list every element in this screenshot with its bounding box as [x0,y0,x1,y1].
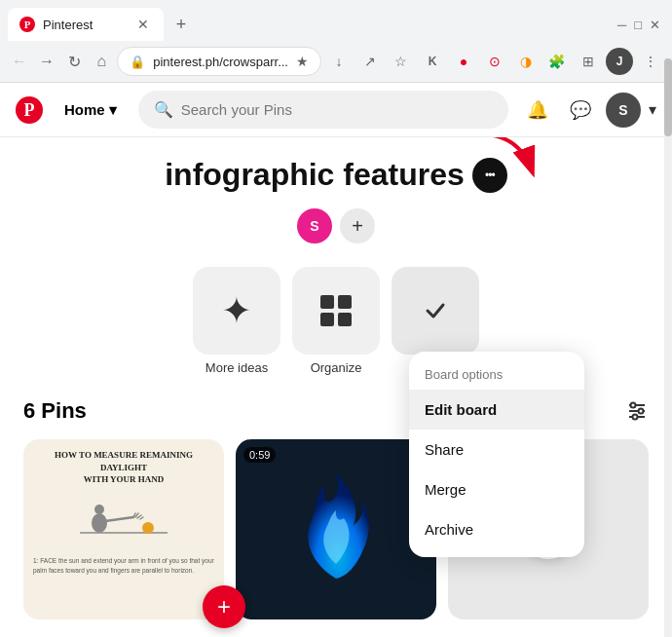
pins-count: 6 Pins [23,398,87,424]
home-button[interactable]: ⌂ [90,48,113,75]
filter-icon [625,399,649,423]
address-bar[interactable]: 🔒 pinterest.ph/crowsparr... ★ [117,47,321,76]
dropdown-header: Board options [409,359,584,390]
split-screen-icon[interactable]: ⊞ [575,48,602,75]
extensions-icon[interactable]: 🧩 [543,48,571,75]
tab-close-button[interactable]: ✕ [134,16,152,33]
messages-button[interactable]: 💬 [563,93,598,128]
video-duration-badge: 0:59 [243,447,276,463]
favorites-icon[interactable]: ☆ [388,48,415,75]
organize-label: Organize [311,360,362,375]
search-icon: 🔍 [154,100,173,119]
board-options-button[interactable]: ••• [472,158,507,193]
tab-bar: P Pinterest ✕ + ─ □ ✕ [0,0,672,41]
dropdown-item-edit-board[interactable]: Edit board [409,390,584,430]
more-ideas-label: More ideas [205,360,268,375]
infographic-illustration [33,494,214,552]
svg-rect-7 [320,313,334,326]
active-tab[interactable]: P Pinterest ✕ [8,8,164,41]
svg-line-24 [140,517,143,519]
browser-window: P Pinterest ✕ + ─ □ ✕ ← → ↻ ⌂ 🔒 pinter [0,0,672,637]
todo-icon [392,267,479,355]
plus-icon: + [352,215,363,238]
svg-text:P: P [24,100,35,120]
svg-line-20 [105,517,133,521]
svg-point-14 [639,409,644,414]
ext-k-icon[interactable]: K [419,48,446,75]
browser-menu-button[interactable]: ⋮ [637,48,664,75]
more-ideas-icon: ✦ [193,267,280,355]
refresh-button[interactable]: ↻ [62,48,86,75]
svg-point-19 [94,505,104,514]
scrollbar-track[interactable] [664,58,672,637]
search-input[interactable] [181,101,493,118]
browser-profile-avatar[interactable]: J [606,48,633,75]
nav-bar: ← → ↻ ⌂ 🔒 pinterest.ph/crowsparr... ★ ↓ … [0,41,672,82]
back-button[interactable]: ← [8,48,31,75]
svg-point-18 [92,513,107,533]
pinterest-app: P Home ▾ 🔍 🔔 💬 S ▾ [0,83,672,637]
dropdown-item-archive[interactable]: Archive [409,509,584,549]
svg-rect-8 [338,313,352,326]
board-owner-avatar[interactable]: S [297,208,332,244]
pin-card-video[interactable]: 0:59 [236,439,436,619]
search-bar[interactable]: 🔍 [138,91,508,129]
user-avatar[interactable]: S [606,93,641,128]
home-label: Home [64,101,105,118]
filter-button[interactable] [625,399,649,423]
app-header: P Home ▾ 🔍 🔔 💬 S ▾ [0,83,672,137]
download-icon[interactable]: ↓ [325,48,353,75]
tab-label: Pinterest [43,18,127,32]
send-icon[interactable]: ↗ [356,48,384,75]
add-pin-button[interactable]: + [203,585,245,628]
svg-line-23 [137,515,141,518]
main-content: infographic features ••• [0,137,672,637]
tab-more-ideas[interactable]: ✦ More ideas [193,267,280,375]
home-nav-button[interactable]: Home ▾ [55,95,127,125]
browser-action-icons: ↓ ↗ ☆ K ● ⊙ ◑ 🧩 ⊞ J ⋮ [325,48,664,75]
three-dot-icon: ••• [485,169,495,182]
svg-point-13 [631,403,636,408]
svg-rect-5 [320,295,334,309]
address-text: pinterest.ph/crowsparr... [153,55,288,69]
board-options-dropdown: Board options Edit board Share Merge Arc… [409,352,584,557]
organize-icon [292,267,380,355]
add-collaborator-button[interactable]: + [340,208,375,244]
profile-caret-icon[interactable]: ▾ [649,100,656,119]
bookmark-star-icon[interactable]: ★ [296,54,309,69]
svg-text:P: P [24,19,31,30]
bell-icon: 🔔 [527,99,548,121]
svg-point-9 [420,295,451,326]
add-pin-icon: + [217,593,231,620]
notifications-button[interactable]: 🔔 [520,93,555,128]
minimize-button[interactable]: ─ [617,18,626,32]
home-caret-icon: ▾ [109,101,117,119]
new-tab-button[interactable]: + [168,11,195,38]
board-title-row: infographic features ••• [23,157,649,193]
svg-rect-6 [338,295,352,309]
pin-card-infographic[interactable]: HOW TO MEASURE REMAINING DAYLIGHTWITH YO… [23,439,224,619]
svg-point-15 [633,415,638,420]
ext-circle-icon[interactable]: ● [450,48,477,75]
forward-button[interactable]: → [35,48,58,75]
close-window-button[interactable]: ✕ [650,18,660,32]
board-title: infographic features [165,157,465,193]
tab-favicon: P [19,17,35,32]
user-row: S + [23,208,649,244]
dropdown-item-share[interactable]: Share [409,430,584,469]
ext-color-icon[interactable]: ◑ [512,48,540,75]
pinterest-logo: P [16,96,43,124]
video-thumbnail-flame [297,471,375,588]
tab-organize[interactable]: Organize [292,267,380,375]
dropdown-item-merge[interactable]: Merge [409,469,584,509]
infographic-title: HOW TO MEASURE REMAINING DAYLIGHTWITH YO… [33,449,214,486]
chat-icon: 💬 [570,99,591,121]
ext-opera-icon[interactable]: ⊙ [481,48,508,75]
browser-chrome: P Pinterest ✕ + ─ □ ✕ ← → ↻ ⌂ 🔒 pinter [0,0,672,83]
scrollbar-thumb[interactable] [664,58,672,136]
lock-icon: 🔒 [130,55,145,69]
svg-point-17 [142,522,154,534]
maximize-button[interactable]: □ [634,18,642,32]
infographic-footer-text: 1: FACE the sun and extend your arm in f… [33,556,214,576]
